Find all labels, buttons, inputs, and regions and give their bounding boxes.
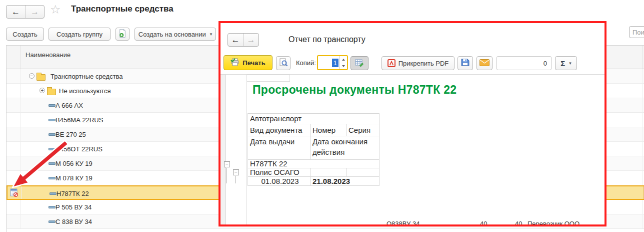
tree-line (226, 168, 227, 183)
sheet-corner-cell (246, 75, 290, 82)
counter-field[interactable]: 0 (496, 56, 552, 70)
favorite-star-icon[interactable]: ☆ (50, 3, 61, 17)
counter-value: 0 (544, 60, 547, 67)
expiry-date-cell: 21.08.2023 (310, 177, 380, 186)
tree-line (236, 176, 236, 183)
item-marker-icon (48, 119, 56, 121)
printer-icon (230, 58, 240, 68)
group-vehicle-cell: Н787ТК 22 (248, 160, 380, 168)
create-group-button-label: Создать группу (56, 31, 102, 38)
create-based-on-button[interactable]: Создать на основании ▾ (134, 28, 216, 41)
sheet-margin (220, 75, 226, 224)
screen: ← → ☆ Транспортные средства Создать Созд… (0, 0, 644, 232)
send-email-button[interactable] (476, 56, 492, 70)
copies-stepper[interactable]: 1 (317, 55, 348, 70)
sum-button[interactable]: Σ ▾ (555, 56, 577, 70)
pdf-icon (388, 59, 396, 67)
stepper-down-icon[interactable] (340, 63, 347, 69)
expander-icon[interactable]: + (40, 88, 45, 93)
list-item-label: Не используются (59, 87, 110, 95)
issue-date-header-cell: Дата выдачи (248, 136, 310, 160)
list-item-label: Р 505 ВУ 34 (56, 203, 92, 211)
folder-icon (47, 89, 56, 95)
doc-type-header-cell: Вид документа (248, 124, 310, 136)
item-marker-icon (48, 133, 56, 136)
create-group-button[interactable]: Создать группу (48, 28, 110, 41)
main-nav-buttons: ← → (6, 5, 44, 19)
group-gutter-line (246, 75, 247, 224)
folder-icon (36, 74, 46, 81)
item-marker-icon (50, 192, 56, 195)
attach-pdf-label: Прикрепить PDF (398, 60, 449, 67)
report-window: ← → Отчет по транспорту Печать (218, 21, 606, 226)
sigma-icon: Σ (560, 59, 565, 68)
chevron-down-icon: ▾ (210, 32, 212, 37)
clipped-value-2: 40 (515, 220, 522, 224)
item-marker-icon (48, 220, 56, 223)
issue-date-cell: 01.08.2023 (248, 177, 310, 186)
clipped-report-row: О838ВУ 34 40 40 Перевозчик ООО (220, 220, 604, 224)
report-table: Автотранспорт Вид документа Номер Серия … (248, 113, 380, 186)
create-by-copy-button[interactable] (116, 28, 130, 41)
print-button-label: Печать (242, 59, 265, 67)
preview-icon (279, 58, 288, 69)
expiry-date-header-cell: Дата окончания действия (310, 136, 380, 160)
list-item-label: В456МА 22RUS (56, 116, 103, 124)
preview-button[interactable] (276, 56, 290, 70)
annotation-arrow-icon (8, 136, 78, 191)
envelope-icon (480, 59, 490, 68)
collapse-subgroup-icon[interactable]: − (233, 169, 239, 175)
table-edit-icon (355, 59, 364, 68)
group-doc-cell: Полис ОСАГО (248, 168, 310, 177)
chevron-down-icon: ▾ (569, 61, 572, 66)
search-input[interactable] (629, 26, 644, 38)
save-floppy-icon (461, 58, 470, 68)
attach-pdf-button[interactable]: Прикрепить PDF (382, 56, 454, 70)
report-title: Просрочены документы Н787ТК 22 (252, 83, 456, 97)
collapse-group-icon[interactable]: − (224, 161, 230, 167)
clipped-carrier: Перевозчик ООО (528, 220, 580, 224)
back-button[interactable]: ← (6, 6, 25, 18)
report-back-button[interactable]: ← (228, 34, 243, 46)
item-marker-icon (48, 104, 56, 107)
save-button[interactable] (458, 56, 473, 70)
stepper-arrows (340, 56, 347, 69)
item-marker-icon (48, 206, 56, 208)
row-divider (6, 228, 644, 229)
clipped-value-1: 40 (480, 220, 487, 224)
series-header-cell: Серия (346, 124, 380, 136)
edit-table-button[interactable] (350, 56, 368, 70)
report-forward-button[interactable]: → (243, 34, 258, 46)
create-button-label: Создать (12, 31, 37, 38)
list-item-label: Транспортные средства (50, 73, 123, 80)
list-item-label: А 666 АХ (56, 102, 83, 109)
clipped-plate: О838ВУ 34 (386, 220, 420, 224)
create-button[interactable]: Создать (6, 28, 44, 41)
stepper-up-icon[interactable] (340, 56, 347, 63)
report-nav-buttons: ← → (228, 33, 259, 47)
create-based-on-label: Создать на основании (138, 31, 206, 38)
report-window-title: Отчет по транспорту (288, 35, 366, 44)
number-header-cell: Номер (310, 124, 346, 136)
page-title: Транспортные средства (71, 4, 174, 14)
forward-button[interactable]: → (25, 6, 44, 18)
print-button[interactable]: Печать (224, 55, 272, 70)
copies-value[interactable]: 1 (318, 56, 340, 69)
list-item-label: С 838 ВУ 34 (56, 218, 92, 225)
copies-label: Копий: (296, 59, 316, 67)
expander-icon[interactable]: − (29, 73, 34, 79)
document-plus-icon (118, 29, 126, 40)
report-section-cell: Автотранспорт (248, 114, 380, 124)
column-header-name: Наименование (26, 51, 70, 59)
